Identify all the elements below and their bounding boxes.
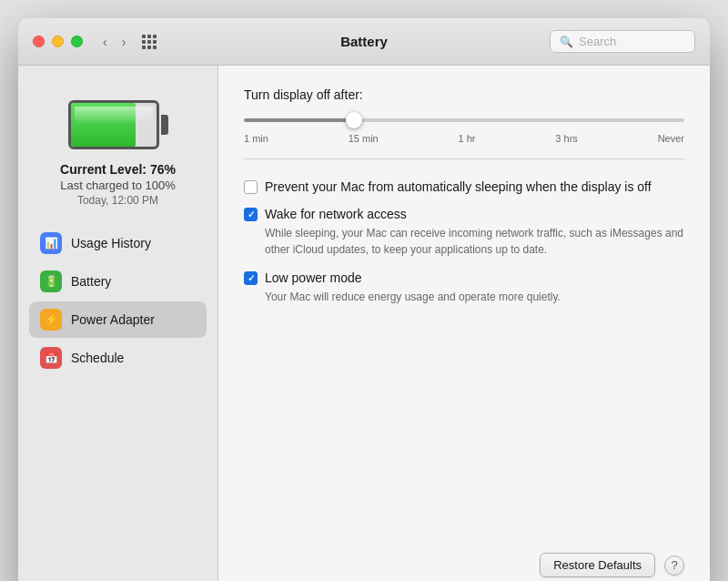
battery-level-label: Current Level: 76%: [60, 162, 176, 177]
slider-labels: 1 min 15 min 1 hr 3 hrs Never: [244, 133, 684, 144]
option-header: Wake for network access: [244, 207, 684, 221]
fullscreen-button[interactable]: [71, 36, 83, 47]
sidebar-item-schedule[interactable]: 📅 Schedule: [29, 340, 207, 376]
options-section: Prevent your Mac from automatically slee…: [244, 179, 684, 305]
content-area: Current Level: 76% Last charged to 100% …: [18, 66, 710, 581]
slider-label-1hr: 1 hr: [459, 133, 476, 144]
grid-icon[interactable]: [142, 35, 157, 49]
slider-thumb[interactable]: [346, 112, 362, 128]
search-icon: 🔍: [560, 36, 573, 48]
titlebar: ‹ › Battery 🔍 Search: [18, 18, 710, 66]
grid-dot: [153, 40, 157, 44]
wake-network-checkbox[interactable]: [244, 208, 258, 221]
option-prevent-sleep: Prevent your Mac from automatically slee…: [244, 179, 684, 194]
help-button[interactable]: ?: [664, 556, 684, 576]
sidebar-item-power-adapter[interactable]: ⚡ Power Adapter: [29, 301, 207, 338]
sidebar-item-label: Schedule: [71, 351, 124, 365]
battery-tip: [161, 115, 168, 135]
slider-label-never: Never: [658, 133, 684, 144]
forward-button[interactable]: ›: [116, 31, 132, 53]
nav-arrows: ‹ ›: [97, 31, 131, 53]
battery-visual: [68, 98, 168, 151]
traffic-lights: [33, 36, 83, 47]
grid-dot: [142, 35, 146, 38]
grid-dot: [153, 46, 157, 49]
slider-label-15min: 15 min: [349, 133, 379, 144]
option-low-power: Low power mode Your Mac will reduce ener…: [244, 270, 684, 305]
restore-defaults-button[interactable]: Restore Defaults: [540, 553, 655, 577]
grid-dot: [147, 35, 151, 38]
grid-dot: [142, 46, 146, 49]
option-wake-network: Wake for network access While sleeping, …: [244, 207, 684, 258]
battery-icon: [68, 98, 168, 151]
sidebar-item-label: Power Adapter: [71, 312, 155, 327]
option-header: Low power mode: [244, 270, 684, 285]
search-placeholder: Search: [579, 35, 616, 48]
prevent-sleep-checkbox[interactable]: [244, 180, 258, 194]
wake-network-desc: While sleeping, your Mac can receive inc…: [265, 225, 684, 258]
grid-dot: [153, 35, 157, 38]
grid-dot: [147, 46, 151, 49]
power-adapter-icon: ⚡: [40, 309, 62, 331]
close-button[interactable]: [33, 36, 45, 47]
slider-track-wrap[interactable]: [244, 111, 684, 129]
battery-body: [68, 100, 159, 149]
usage-history-icon: 📊: [40, 232, 62, 254]
low-power-label: Low power mode: [265, 270, 362, 285]
prevent-sleep-label: Prevent your Mac from automatically slee…: [265, 179, 652, 194]
low-power-desc: Your Mac will reduce energy usage and op…: [265, 289, 684, 305]
minimize-button[interactable]: [52, 36, 64, 47]
slider-label-1min: 1 min: [244, 133, 268, 144]
battery-time-label: Today, 12:00 PM: [60, 194, 176, 207]
sidebar-item-label: Usage History: [71, 236, 151, 250]
slider-section: Turn display off after: 1 min 15 min 1 h…: [244, 87, 684, 144]
window-title: Battery: [340, 34, 388, 49]
sidebar: Current Level: 76% Last charged to 100% …: [18, 66, 218, 581]
divider: [244, 158, 684, 159]
slider-label-3hrs: 3 hrs: [555, 133, 577, 144]
low-power-checkbox[interactable]: [244, 271, 258, 285]
sidebar-item-battery[interactable]: 🔋 Battery: [29, 263, 207, 300]
battery-icon-nav: 🔋: [40, 270, 62, 292]
grid-dot: [142, 40, 146, 44]
main-panel: Turn display off after: 1 min 15 min 1 h…: [218, 66, 710, 581]
battery-fill: [71, 103, 136, 147]
slider-track[interactable]: [244, 118, 684, 122]
sidebar-item-usage-history[interactable]: 📊 Usage History: [29, 225, 207, 261]
grid-dot: [147, 40, 151, 44]
sidebar-nav: 📊 Usage History 🔋 Battery ⚡ Power Adapte…: [18, 221, 217, 380]
main-window: ‹ › Battery 🔍 Search: [18, 18, 710, 581]
footer: Restore Defaults ?: [244, 538, 684, 577]
search-box[interactable]: 🔍 Search: [550, 30, 695, 53]
sidebar-item-label: Battery: [71, 274, 111, 289]
slider-label: Turn display off after:: [244, 87, 684, 102]
battery-info: Current Level: 76% Last charged to 100% …: [60, 162, 176, 207]
option-header: Prevent your Mac from automatically slee…: [244, 179, 684, 194]
battery-charged-label: Last charged to 100%: [60, 178, 176, 192]
back-button[interactable]: ‹: [97, 31, 113, 53]
wake-network-label: Wake for network access: [265, 207, 407, 221]
schedule-icon: 📅: [40, 347, 62, 369]
